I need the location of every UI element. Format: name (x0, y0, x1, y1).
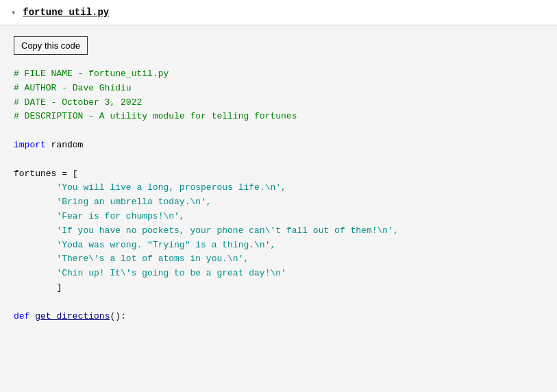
code-string-1: 'You will live a long, prosperous life.\… (14, 182, 286, 193)
copy-code-button[interactable]: Copy this code (14, 36, 88, 55)
code-line-comment-1: # FILE NAME - fortune_util.py (14, 69, 169, 79)
code-keyword-import: import (14, 140, 46, 150)
code-line-comment-2: # AUTHOR - Dave Ghidiu (14, 83, 132, 93)
code-line-comment-3: # DATE - October 3, 2022 (14, 97, 142, 108)
code-block: # FILE NAME - fortune_util.py # AUTHOR -… (14, 67, 543, 323)
chevron-down-icon[interactable]: ▾ (11, 8, 16, 18)
code-line-comment-4: # DESCRIPTION - A utility module for tel… (14, 111, 297, 121)
code-plain-random: random (46, 140, 84, 150)
main-container: ▾ fortune_util.py Copy this code # FILE … (0, 0, 557, 392)
code-string-6: 'There\'s a lot of atoms in you.\n', (14, 254, 249, 264)
code-keyword-def: def (14, 311, 29, 321)
code-string-5: 'Yoda was wrong. "Trying" is a thing.\n'… (14, 240, 275, 250)
code-func-name: get_directions (35, 311, 110, 321)
code-fortunes-assign: fortunes = [ (14, 169, 78, 179)
file-title: fortune_util.py (23, 7, 109, 18)
code-string-2: 'Bring an umbrella today.\n', (14, 197, 212, 207)
code-string-3: 'Fear is for chumps!\n', (14, 211, 185, 221)
file-header: ▾ fortune_util.py (0, 0, 557, 25)
code-func-parens: (): (110, 311, 125, 321)
code-string-7: 'Chin up! It\'s going to be a great day!… (14, 268, 286, 278)
code-string-4: 'If you have no pockets, your phone can\… (14, 225, 399, 236)
code-area: Copy this code # FILE NAME - fortune_uti… (0, 25, 557, 392)
code-bracket-close: ] (14, 282, 62, 293)
